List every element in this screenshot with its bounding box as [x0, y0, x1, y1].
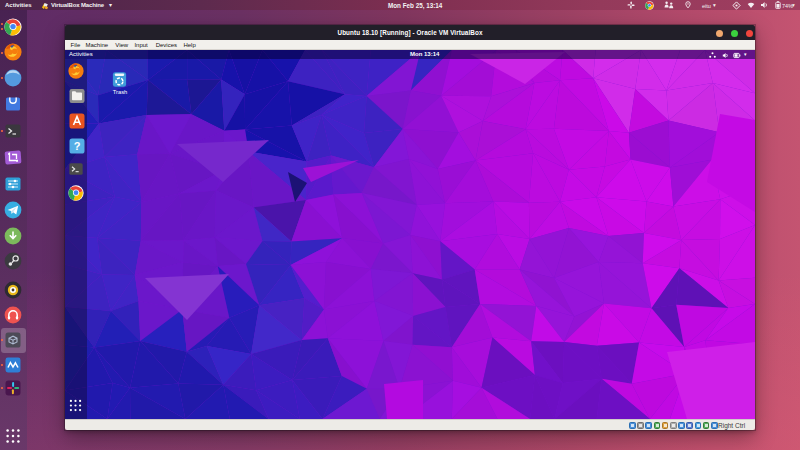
svg-text:?: ? [73, 140, 80, 152]
